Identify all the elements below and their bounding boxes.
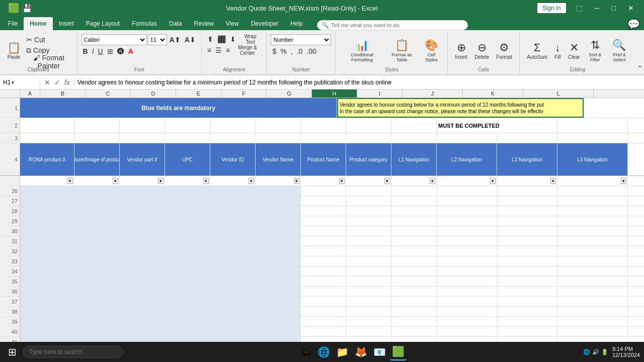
borders-button[interactable]: ⊞ [106,46,115,56]
cell-f28[interactable] [256,206,301,216]
filter-f[interactable]: ▾ [256,176,301,186]
font-name-select[interactable]: Calibri [82,34,147,45]
must-complete-cell[interactable]: MUST BE COMPLETED [437,118,557,133]
cell-b38[interactable] [74,307,120,316]
col-header-i[interactable]: I [357,89,403,98]
cell-g39[interactable] [301,317,346,326]
cell-d35[interactable] [165,277,210,286]
cell-l33[interactable] [557,256,628,266]
cell-l32[interactable] [557,246,628,256]
cell-g32[interactable] [301,246,346,256]
cell-e31[interactable] [210,236,256,246]
col-header-a[interactable]: A [20,89,40,98]
shrink-font-button[interactable]: A⬇ [183,35,197,45]
cell-i28[interactable] [391,206,437,216]
cell-a29[interactable] [20,216,74,226]
fill-button[interactable]: ↓ Fill [551,40,564,61]
cell-i27[interactable] [391,196,437,206]
wrap-text-button[interactable]: Wrap Text [238,34,263,44]
cell-j28[interactable] [437,206,497,216]
cell-h37[interactable] [346,297,391,306]
cell-g26[interactable] [301,186,346,196]
cell-j33[interactable] [437,256,497,266]
vendor-notice-cell[interactable]: Vendor agrees to honour costing below fo… [337,98,584,118]
close-button[interactable]: ✕ [622,2,640,14]
cell-k27[interactable] [497,196,557,206]
cell-c39[interactable] [120,317,165,326]
cell-a36[interactable] [20,287,74,296]
cell-k29[interactable] [497,216,557,226]
filter-arrow-j[interactable]: ▾ [490,178,496,184]
cell-l3[interactable] [557,133,628,143]
cell-a3[interactable] [20,133,74,143]
tab-view[interactable]: View [220,17,245,30]
col-header-g[interactable]: G [267,89,312,98]
cell-e37[interactable] [210,297,256,306]
find-select-button[interactable]: 🔍 Find & Select [607,38,631,63]
format-as-table-button[interactable]: 📋 Format as Table [385,38,419,63]
cell-i31[interactable] [391,236,437,246]
cell-k30[interactable] [497,226,557,236]
filter-arrow-h[interactable]: ▾ [384,178,390,184]
cell-g34[interactable] [301,266,346,276]
maximize-button[interactable]: □ [606,2,622,14]
cell-d40[interactable] [165,327,210,336]
sign-in-button[interactable]: Sign in [537,3,566,13]
cell-l31[interactable] [557,236,628,246]
cell-f31[interactable] [256,236,301,246]
increase-decimal-button[interactable]: .00 [305,46,317,56]
cell-f29[interactable] [256,216,301,226]
tab-page-layout[interactable]: Page Layout [80,17,126,30]
cell-h32[interactable] [346,246,391,256]
col-header-j[interactable]: J [403,89,463,98]
col-header-f[interactable]: F [221,89,267,98]
cell-h39[interactable] [346,317,391,326]
cell-a31[interactable] [20,236,74,246]
cell-e40[interactable] [210,327,256,336]
align-top-button[interactable]: ⬆ [206,34,215,44]
cell-c38[interactable] [120,307,165,316]
delete-button[interactable]: ⊖ Delete [471,40,492,61]
col-header-h[interactable]: H [312,89,357,98]
cell-e33[interactable] [210,256,256,266]
cell-l29[interactable] [557,216,628,226]
cell-l28[interactable] [557,206,628,216]
cell-k35[interactable] [497,277,557,286]
customize-qa-button[interactable]: ▾ [56,3,62,14]
cell-k28[interactable] [497,206,557,216]
cancel-formula-button[interactable]: ✕ [43,78,51,86]
cell-d31[interactable] [165,236,210,246]
cell-b35[interactable] [74,277,120,286]
mandatory-notice-cell[interactable]: Blue fields are mandatory [20,98,337,118]
cell-g27[interactable] [301,196,346,206]
cell-b31[interactable] [74,236,120,246]
cell-c31[interactable] [120,236,165,246]
comma-button[interactable]: , [289,46,294,56]
paste-button[interactable]: 📋 Paste [4,40,24,61]
cell-i37[interactable] [391,297,437,306]
bold-button[interactable]: B [82,46,90,56]
clock[interactable]: 9:14 PM 12/13/2024 [612,346,640,358]
cell-f37[interactable] [256,297,301,306]
filter-g[interactable]: ▾ [301,176,346,186]
cell-g33[interactable] [301,256,346,266]
header-cell-k[interactable]: L3 Navigation [497,143,557,175]
filter-c[interactable]: ▾ [120,176,165,186]
cell-j27[interactable] [437,196,497,206]
cell-h34[interactable] [346,266,391,276]
cell-l2[interactable] [557,118,628,133]
cell-d29[interactable] [165,216,210,226]
filter-arrow-b[interactable]: ▾ [113,178,118,184]
taskbar-app-explorer[interactable]: 🗂 [299,344,313,360]
align-left-button[interactable]: ≡ [206,45,213,55]
cell-b34[interactable] [74,266,120,276]
cell-b36[interactable] [74,287,120,296]
cell-b28[interactable] [74,206,120,216]
fill-color-button[interactable]: 🅐 [116,46,126,56]
cell-e32[interactable] [210,246,256,256]
cell-f35[interactable] [256,277,301,286]
taskbar-app-files[interactable]: 📁 [334,344,351,360]
cell-d2[interactable] [165,118,210,133]
cell-h27[interactable] [346,196,391,206]
cell-e39[interactable] [210,317,256,326]
